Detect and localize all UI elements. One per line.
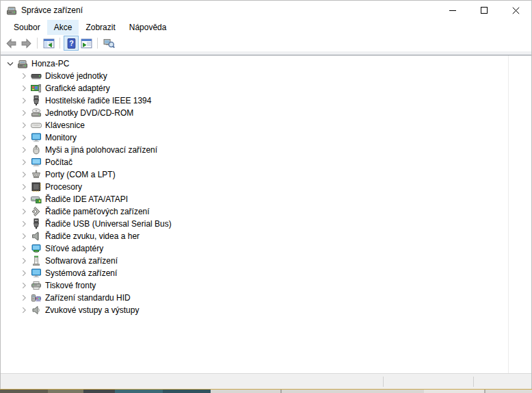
close-icon: [512, 7, 520, 14]
tree-item-jednotky-dvd-cd-rom[interactable]: Jednotky DVD/CD-ROM: [1, 107, 531, 119]
usb-icon: [31, 218, 42, 229]
console-tree-icon: [43, 38, 55, 49]
toolbar: ?: [1, 35, 531, 51]
menu-akce[interactable]: Akce: [47, 20, 79, 35]
tree-item-radice-usb[interactable]: Řadiče USB (Universal Serial Bus): [1, 218, 531, 230]
tree-item-graficke-adaptery[interactable]: Grafické adaptéry: [1, 82, 531, 94]
mouse-icon: [31, 144, 42, 155]
forward-button[interactable]: [18, 36, 34, 51]
tree-item-label: Řadiče USB (Universal Serial Bus): [45, 219, 172, 229]
maximize-button[interactable]: [468, 1, 500, 20]
title-bar: Správce zařízení: [1, 1, 531, 20]
firewire-icon: [31, 95, 42, 106]
minimize-icon: [449, 10, 456, 11]
chevron-right-icon[interactable]: [18, 218, 29, 229]
chevron-right-icon[interactable]: [18, 132, 29, 143]
chevron-right-icon[interactable]: [18, 169, 29, 180]
audio-io-icon: [31, 305, 42, 316]
tree-item-honza-pc[interactable]: Honza-PC: [1, 58, 531, 70]
chevron-right-icon[interactable]: [18, 120, 29, 131]
properties-button[interactable]: [79, 36, 94, 51]
tree-item-label: Myši a jiná polohovací zařízení: [45, 145, 157, 155]
desktop-background-strip: [0, 389, 532, 393]
chevron-right-icon[interactable]: [18, 243, 29, 254]
chevron-right-icon[interactable]: [18, 95, 29, 106]
tree-item-hostitelske-radice-ieee-1394[interactable]: Hostitelské řadiče IEEE 1394: [1, 94, 531, 107]
hid-device-icon: [31, 292, 42, 303]
chevron-right-icon[interactable]: [18, 206, 29, 217]
status-separator: [383, 377, 384, 387]
menu-bar: SouborAkceZobrazitNápověda: [1, 20, 531, 35]
toolbar-separator: [97, 38, 98, 49]
network-adapter-icon: [31, 243, 42, 254]
tree-item-pocitac[interactable]: Počítač: [1, 156, 531, 168]
chevron-right-icon[interactable]: [18, 231, 29, 242]
toolbar-separator: [37, 38, 38, 49]
ide-controller-icon: [31, 194, 42, 205]
computer-monitor-icon: [31, 157, 42, 168]
chevron-down-icon[interactable]: [5, 58, 16, 69]
printer-icon: [31, 280, 42, 291]
tree-item-softwarova-zarizeni[interactable]: Softwarová zařízení: [1, 255, 531, 267]
back-button[interactable]: [3, 36, 18, 51]
tree-item-zvukove-vstupy-a-vystupy[interactable]: Zvukové vstupy a výstupy: [1, 304, 531, 316]
device-manager-icon: [6, 5, 17, 16]
tree-item-radice-pametovych-zarizeni[interactable]: Řadiče paměťových zařízení: [1, 205, 531, 218]
tree-item-label: Grafické adaptéry: [45, 84, 110, 93]
chevron-right-icon[interactable]: [18, 255, 29, 266]
status-separator: [473, 377, 474, 387]
close-button[interactable]: [500, 1, 531, 20]
processor-icon: [31, 181, 42, 192]
svg-text:?: ?: [69, 39, 73, 47]
tree-item-label: Řadiče zvuku, videa a her: [45, 231, 139, 241]
device-tree[interactable]: Honza-PCDiskové jednotkyGrafické adaptér…: [1, 55, 531, 374]
tree-item-mysi-a-jina-polohovaci-zarizeni[interactable]: Myši a jiná polohovací zařízení: [1, 144, 531, 156]
menu-napoveda[interactable]: Nápověda: [122, 20, 174, 35]
keyboard-icon: [31, 120, 42, 131]
device-manager-window: Správce zařízení SouborAkceZobrazitNápov…: [0, 0, 532, 389]
chevron-right-icon[interactable]: [18, 71, 29, 81]
menu-zobrazit[interactable]: Zobrazit: [79, 20, 122, 35]
system-device-icon: [31, 268, 42, 279]
scan-hardware-icon: [103, 38, 115, 49]
toolbar-separator: [59, 38, 60, 49]
tree-item-label: Zařízení standardu HID: [45, 293, 131, 303]
tree-item-radice-ide-ata-atapi[interactable]: Řadiče IDE ATA/ATAPI: [1, 193, 531, 205]
minimize-button[interactable]: [437, 1, 468, 20]
arrow-left-icon: [5, 38, 17, 49]
tree-item-label: Tiskové fronty: [45, 281, 96, 290]
chevron-right-icon[interactable]: [18, 305, 29, 316]
properties-icon: [81, 38, 92, 49]
chevron-right-icon[interactable]: [18, 268, 29, 279]
tree-item-procesory[interactable]: Procesory: [1, 181, 531, 193]
software-device-icon: [31, 255, 42, 266]
console-tree-button[interactable]: [41, 36, 56, 51]
window-controls: [437, 1, 531, 20]
tree-item-label: Zvukové vstupy a výstupy: [45, 305, 139, 315]
chevron-right-icon[interactable]: [18, 280, 29, 291]
menu-soubor[interactable]: Soubor: [7, 20, 47, 35]
storage-controller-icon: [31, 206, 42, 217]
tree-item-tiskove-fronty[interactable]: Tiskové fronty: [1, 279, 531, 292]
tree-item-sitove-adaptery[interactable]: Síťové adaptéry: [1, 242, 531, 255]
tree-item-zarizeni-standardu-hid[interactable]: Zařízení standardu HID: [1, 292, 531, 304]
tree-item-porty-com-a-lpt[interactable]: Porty (COM a LPT): [1, 168, 531, 181]
tree-item-diskove-jednotky[interactable]: Diskové jednotky: [1, 70, 531, 82]
tree-item-label: Procesory: [45, 182, 82, 192]
tree-item-radice-zvuku-videa-a-her[interactable]: Řadiče zvuku, videa a her: [1, 230, 531, 242]
tree-item-monitory[interactable]: Monitory: [1, 131, 531, 144]
tree-item-label: Jednotky DVD/CD-ROM: [45, 108, 133, 118]
chevron-right-icon[interactable]: [18, 194, 29, 205]
chevron-right-icon[interactable]: [18, 83, 29, 94]
chevron-right-icon[interactable]: [18, 181, 29, 192]
scan-hardware-button[interactable]: [101, 36, 116, 51]
chevron-right-icon[interactable]: [18, 144, 29, 155]
tree-item-klavesnice[interactable]: Klávesnice: [1, 119, 531, 131]
chevron-right-icon[interactable]: [18, 292, 29, 303]
chevron-right-icon[interactable]: [18, 157, 29, 168]
help-button[interactable]: ?: [64, 36, 79, 51]
chevron-right-icon[interactable]: [18, 107, 29, 118]
serial-port-icon: [31, 169, 42, 180]
tree-item-systemova-zarizeni[interactable]: Systémová zařízení: [1, 267, 531, 279]
maximize-icon: [481, 7, 488, 14]
